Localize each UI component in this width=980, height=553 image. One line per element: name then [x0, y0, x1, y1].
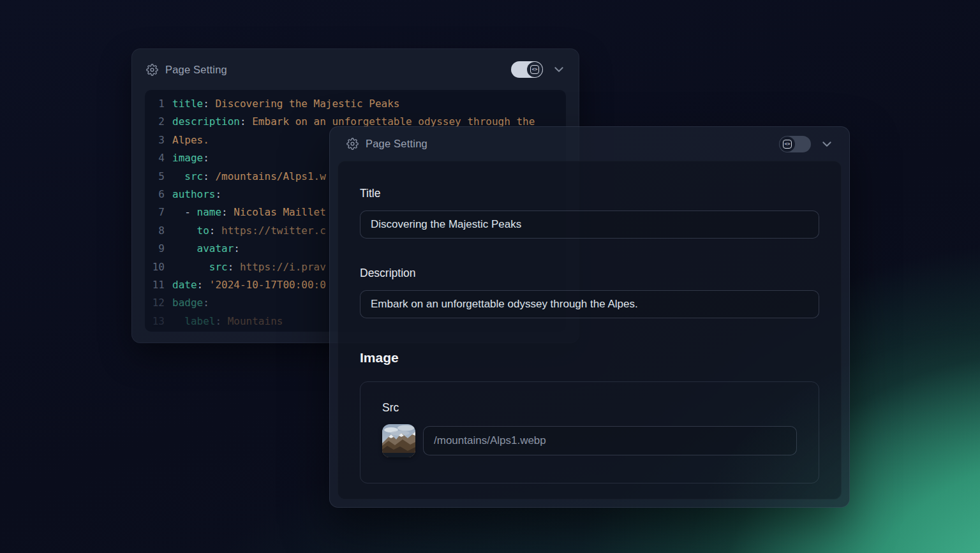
- code-view-toggle[interactable]: <>: [511, 61, 543, 78]
- line-number: 5: [145, 168, 172, 186]
- line-number: 7: [145, 203, 172, 221]
- image-section-heading: Image: [360, 350, 819, 365]
- line-number: 11: [145, 276, 172, 294]
- image-group: Src: [360, 381, 819, 483]
- gear-icon: [146, 64, 158, 76]
- description-input[interactable]: [360, 290, 819, 318]
- src-input[interactable]: [423, 426, 797, 455]
- line-number: 9: [145, 240, 172, 258]
- line-number: 4: [145, 149, 172, 167]
- image-thumbnail[interactable]: [382, 424, 415, 457]
- toggle-knob: <>: [780, 136, 795, 152]
- code-toggle-icon: <>: [530, 65, 539, 74]
- line-number: 8: [145, 222, 172, 240]
- line-number: 10: [145, 258, 172, 276]
- description-label: Description: [360, 267, 819, 280]
- form-card: Title Description Image Src: [338, 161, 842, 499]
- panel-title: Page Setting: [165, 64, 227, 76]
- line-number: 3: [145, 131, 172, 149]
- chevron-down-icon[interactable]: [553, 64, 565, 75]
- line-number: 2: [145, 113, 172, 131]
- code-line: 1title: Discovering the Majestic Peaks: [145, 95, 566, 113]
- toggle-knob: <>: [527, 62, 542, 77]
- line-number: 12: [145, 294, 172, 312]
- line-number: 1: [145, 95, 172, 113]
- chevron-down-icon[interactable]: [821, 138, 833, 150]
- desktop-background: Page Setting <> 1title: Discovering the …: [0, 0, 980, 553]
- title-input[interactable]: [360, 210, 819, 239]
- title-label: Title: [360, 187, 819, 200]
- src-label: Src: [382, 401, 797, 415]
- form-panel-header: Page Setting <>: [330, 127, 849, 161]
- code-view-toggle[interactable]: <>: [779, 136, 811, 152]
- panel-title: Page Setting: [366, 138, 427, 150]
- line-number: 6: [145, 186, 172, 203]
- line-number: 13: [145, 313, 172, 330]
- code-toggle-icon: <>: [783, 140, 792, 149]
- form-panel: Page Setting <> Title Description Image: [329, 126, 850, 508]
- code-panel-header: Page Setting <>: [132, 49, 579, 90]
- gear-icon: [346, 138, 359, 150]
